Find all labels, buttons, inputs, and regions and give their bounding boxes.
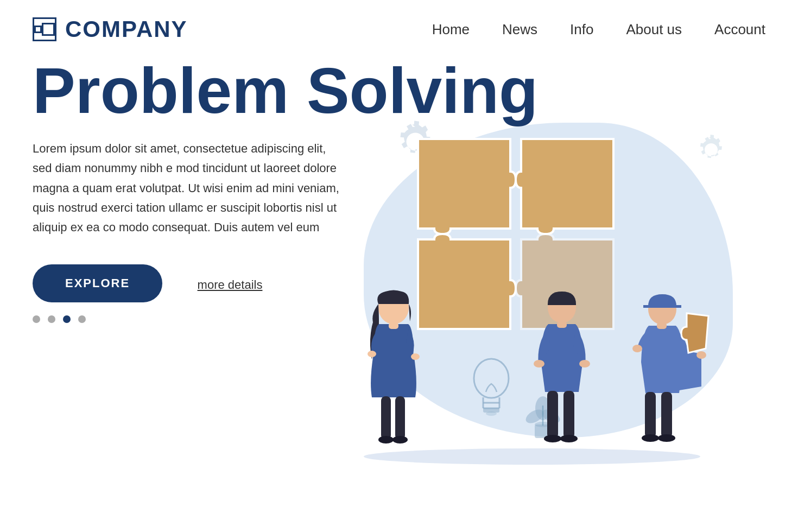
svg-rect-36 (657, 322, 667, 329)
character-woman (358, 289, 429, 459)
character-man2 (624, 289, 711, 459)
svg-point-22 (534, 360, 544, 368)
svg-point-18 (378, 436, 394, 444)
dot-3-active[interactable] (63, 315, 71, 323)
gear-icon-small (689, 128, 733, 174)
svg-rect-33 (661, 392, 672, 438)
nav-about[interactable]: About us (626, 21, 682, 38)
more-details-link[interactable]: more details (198, 267, 263, 303)
svg-point-23 (579, 360, 590, 368)
logo-area: COMPANY (33, 16, 188, 42)
svg-point-35 (658, 434, 675, 442)
svg-point-15 (368, 351, 376, 357)
cta-row: EXPLORE more details (33, 264, 347, 303)
dot-2[interactable] (48, 315, 55, 323)
lightbulb-icon (467, 351, 516, 424)
dot-1[interactable] (33, 315, 40, 323)
svg-rect-28 (557, 321, 567, 328)
logo-icon (33, 17, 56, 41)
nav-news[interactable]: News (502, 21, 537, 38)
nav-account[interactable]: Account (714, 21, 765, 38)
svg-rect-24 (547, 391, 558, 439)
svg-point-14 (411, 353, 420, 360)
character-man1 (527, 289, 597, 459)
nav-info[interactable]: Info (570, 21, 593, 38)
content-row: Lorem ipsum dolor sit amet, consectetue … (33, 139, 765, 323)
svg-rect-16 (381, 396, 391, 440)
svg-point-26 (544, 435, 561, 442)
svg-rect-32 (645, 392, 656, 438)
dot-4[interactable] (78, 315, 86, 323)
site-header: COMPANY Home News Info About us Account (0, 0, 798, 53)
svg-point-6 (486, 411, 497, 416)
svg-point-34 (642, 434, 659, 442)
logo-inner-square (34, 26, 42, 33)
description-text: Lorem ipsum dolor sit amet, consectetue … (33, 139, 347, 237)
svg-point-27 (560, 435, 578, 442)
svg-point-0 (474, 359, 509, 398)
svg-rect-17 (395, 396, 405, 440)
puzzle-illustration (407, 128, 635, 334)
hero-title: Problem Solving (33, 59, 765, 123)
svg-point-31 (696, 351, 706, 359)
main-nav: Home News Info About us Account (432, 21, 765, 38)
nav-home[interactable]: Home (432, 21, 470, 38)
illustration (320, 96, 765, 508)
svg-rect-20 (389, 322, 398, 329)
explore-button[interactable]: EXPLORE (33, 264, 162, 302)
svg-point-19 (392, 436, 408, 444)
pagination-dots (33, 315, 347, 323)
svg-rect-25 (563, 391, 574, 439)
left-content: Lorem ipsum dolor sit amet, consectetue … (33, 139, 347, 323)
svg-point-30 (632, 345, 642, 352)
main-content: Problem Solving Lorem ipsum dolor sit am… (0, 59, 798, 525)
logo-text: COMPANY (65, 16, 188, 42)
